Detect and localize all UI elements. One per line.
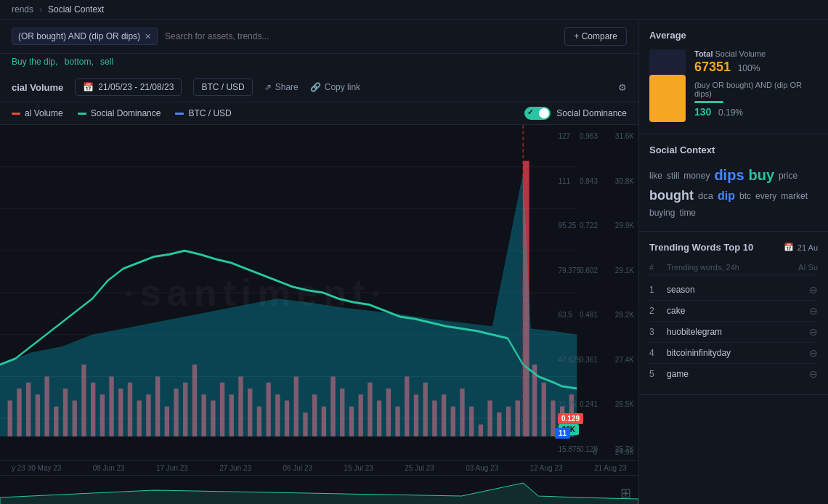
row-word-cake: cake — [667, 306, 800, 316]
left-panel: (OR bought) AND (dip OR dips) ✕ + Compar… — [0, 20, 639, 504]
tag-buy-the-dip[interactable]: Buy the dip, — [12, 57, 57, 67]
x-label-jul15: 15 Jul 23 — [344, 464, 373, 472]
legend-social-dominance-label: Social Dominance — [91, 108, 161, 118]
date-range-text: 21/05/23 - 21/08/23 — [98, 82, 174, 92]
legend-social-volume: al Volume — [12, 108, 63, 118]
avg-total-row: Total Social Volume 67351 100% — [694, 49, 818, 75]
word-dca[interactable]: dca — [698, 190, 713, 201]
row-word-huobi: huobitelegram — [667, 327, 800, 337]
word-still[interactable]: still — [667, 171, 679, 181]
avg-total-value-row: 67351 100% — [694, 60, 818, 75]
x-label-jun27: 27 Jun 23 — [219, 464, 251, 472]
asset-pair-selector[interactable]: BTC / USD — [193, 78, 252, 96]
avg-sub-value: 130 — [694, 106, 711, 118]
search-bar: (OR bought) AND (dip OR dips) ✕ + Compar… — [0, 20, 638, 54]
tag-sell[interactable]: sell — [100, 57, 113, 67]
avg-bar-fill — [649, 75, 686, 122]
word-bought[interactable]: bought — [649, 188, 694, 203]
word-market[interactable]: market — [781, 191, 808, 201]
row-word-bitcoin: bitcoininfinityday — [667, 348, 800, 358]
row-icon-5: ⊖ — [803, 368, 818, 380]
search-input[interactable] — [165, 31, 557, 41]
mini-chart[interactable]: ⊞ — [0, 475, 638, 504]
tooltip-red: 0.129 — [558, 413, 583, 424]
x-label-jul25: 25 Jul 23 — [405, 464, 434, 472]
trending-title: Trending Words Top 10 — [649, 242, 753, 253]
row-icon-4: ⊖ — [803, 347, 818, 359]
word-dip[interactable]: dip — [718, 190, 735, 203]
word-btc[interactable]: btc — [739, 191, 751, 201]
right-panel: Average Total Social Volume 67351 100% — [639, 20, 828, 504]
calendar-trending-icon: 📅 — [784, 243, 794, 252]
trending-table: # Trending words, 24h AI Su 1 season ⊖ 2… — [649, 260, 818, 384]
trending-row-3[interactable]: 3 huobitelegram ⊖ — [649, 322, 818, 343]
calendar-icon: 📅 — [83, 82, 94, 92]
trending-row-1[interactable]: 1 season ⊖ — [649, 280, 818, 301]
share-button[interactable]: ⇗ Share — [264, 82, 299, 92]
main-layout: (OR bought) AND (dip OR dips) ✕ + Compar… — [0, 20, 828, 504]
word-dips[interactable]: dips — [714, 167, 744, 184]
breadcrumb-prev[interactable]: rends — [12, 4, 33, 15]
word-money[interactable]: money — [683, 171, 710, 181]
copy-link-label: Copy link — [325, 82, 360, 92]
avg-sub-desc: (buy OR bought) AND (dip OR dips) — [694, 81, 818, 98]
trending-row-5[interactable]: 5 game ⊖ — [649, 364, 818, 384]
share-icon: ⇗ — [264, 82, 272, 92]
average-title: Average — [649, 30, 818, 41]
toggle-label: ✓ Social Dominance — [524, 107, 627, 120]
legend-social-dominance: Social Dominance — [78, 108, 161, 118]
trending-date: 📅 21 Au — [784, 243, 818, 252]
row-num-2: 2 — [649, 306, 664, 316]
legend-dot-green — [78, 113, 86, 115]
date-range-picker[interactable]: 📅 21/05/23 - 21/08/23 — [75, 78, 182, 96]
chart-area: ·santiment· — [0, 125, 638, 460]
copy-link-button[interactable]: 🔗 Copy link — [310, 82, 360, 92]
avg-total-strong: Total — [694, 49, 713, 58]
avg-sub-bar — [694, 101, 723, 103]
word-like[interactable]: like — [649, 171, 662, 181]
trending-section: Trending Words Top 10 📅 21 Au # Trending… — [639, 232, 828, 395]
trending-row-4[interactable]: 4 bitcoininfinityday ⊖ — [649, 343, 818, 364]
avg-sub-pct: 0.19% — [718, 107, 743, 118]
trending-row-2[interactable]: 2 cake ⊖ — [649, 301, 818, 322]
legend-dot-blue — [175, 113, 184, 115]
avg-bar-chart — [649, 49, 686, 122]
avg-total-pct: 100% — [738, 63, 760, 73]
word-every[interactable]: every — [755, 191, 776, 201]
compare-button[interactable]: + Compare — [564, 27, 627, 46]
top-bar: rends › Social Context — [0, 0, 828, 20]
toggle-text: Social Dominance — [556, 108, 627, 118]
x-axis: y 23 30 May 23 08 Jun 23 17 Jun 23 27 Ju… — [0, 460, 638, 475]
tooltip-blue: 11 — [555, 428, 570, 439]
tag-bottom[interactable]: bottom, — [65, 57, 94, 67]
x-label-aug21: 21 Aug 23 — [594, 464, 627, 472]
row-num-4: 4 — [649, 348, 664, 358]
legend-btc-usd-label: BTC / USD — [188, 108, 231, 118]
word-time[interactable]: time — [679, 208, 696, 218]
x-label-aug3: 03 Aug 23 — [466, 464, 498, 472]
word-buying[interactable]: buying — [649, 208, 675, 218]
close-icon[interactable]: ✕ — [145, 32, 151, 41]
row-num-5: 5 — [649, 369, 664, 379]
avg-social-volume-text: Social Volume — [715, 49, 766, 58]
row-icon-2: ⊖ — [803, 305, 818, 317]
row-num-1: 1 — [649, 285, 664, 295]
row-word-game: game — [667, 369, 800, 379]
social-context-title: Social Context — [649, 145, 818, 155]
word-price[interactable]: price — [779, 171, 797, 181]
trending-col-headers: # Trending words, 24h AI Su — [649, 260, 818, 275]
share-label: Share — [275, 82, 299, 92]
word-buy[interactable]: buy — [749, 167, 775, 184]
col-word: Trending words, 24h — [667, 263, 786, 272]
social-context-section: Social Context like still money dips buy… — [639, 134, 828, 232]
row-icon-1: ⊖ — [803, 284, 818, 296]
col-ai: AI Su — [789, 263, 818, 272]
avg-sub-row: (buy OR bought) AND (dip OR dips) 130 0.… — [694, 81, 818, 118]
legend-row: al Volume Social Dominance BTC / USD ✓ S… — [0, 102, 638, 125]
social-dominance-toggle[interactable]: ✓ — [524, 107, 551, 120]
filter-tag[interactable]: (OR bought) AND (dip OR dips) ✕ — [12, 28, 158, 45]
legend-dot-red — [12, 113, 20, 115]
average-section: Average Total Social Volume 67351 100% — [639, 20, 828, 134]
settings-icon[interactable]: ⚙ — [618, 82, 627, 93]
avg-content: Total Social Volume 67351 100% (buy OR b… — [649, 49, 818, 123]
